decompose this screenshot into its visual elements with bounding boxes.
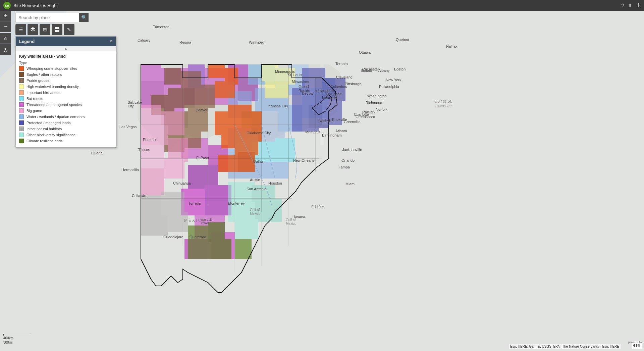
zoom-in-button[interactable]: + — [0, 11, 11, 21]
svg-rect-46 — [275, 138, 295, 162]
svg-rect-14 — [141, 64, 161, 81]
svg-rect-28 — [205, 185, 231, 215]
svg-rect-107 — [57, 27, 59, 29]
svg-rect-87 — [188, 242, 211, 259]
legend-items-container: Whooping crane stopover sites Eagles / o… — [19, 66, 112, 143]
layers-button[interactable] — [28, 24, 38, 35]
legend-item: Other biodiversity significance — [19, 133, 112, 137]
legend-swatch — [19, 84, 24, 89]
zoom-out-button[interactable]: − — [0, 21, 11, 32]
header-actions: ? ⬆ ⬇ — [621, 2, 641, 8]
svg-rect-83 — [255, 199, 282, 222]
upload-icon[interactable]: ⬆ — [628, 2, 632, 8]
legend-swatch — [19, 72, 24, 77]
legend-swatch — [19, 139, 24, 143]
svg-rect-26 — [188, 165, 218, 189]
legend-swatch — [19, 133, 24, 137]
svg-rect-57 — [164, 68, 181, 85]
svg-rect-88 — [211, 239, 231, 259]
svg-rect-76 — [168, 138, 188, 162]
legend-item: Bat roosts — [19, 96, 112, 101]
legend-item: Climate resilient lands — [19, 139, 112, 143]
location-button[interactable]: ◎ — [0, 44, 11, 55]
svg-rect-93 — [168, 212, 188, 232]
layout-button[interactable] — [52, 24, 62, 35]
scale-bar: 400km 300mi — [3, 334, 30, 344]
app-logo: SR — [3, 2, 11, 9]
legend-item: Important bird areas — [19, 90, 112, 95]
legend-close-button[interactable]: × — [110, 39, 112, 44]
svg-rect-72 — [329, 78, 345, 101]
app-title: Site Renewables Right — [13, 3, 58, 8]
legend-swatch — [19, 96, 24, 101]
legend-swatch — [19, 108, 24, 113]
legend-item-label: Other biodiversity significance — [26, 133, 75, 137]
legend-item: Protected / managed lands — [19, 120, 112, 125]
help-icon[interactable]: ? — [621, 3, 624, 8]
svg-rect-63 — [188, 108, 208, 132]
legend-swatch — [19, 127, 24, 131]
legend-item-label: Protected / managed lands — [26, 121, 70, 125]
download-icon[interactable]: ⬇ — [636, 2, 641, 8]
svg-rect-78 — [164, 158, 184, 179]
search-container: 🔍 — [15, 13, 89, 22]
svg-rect-49 — [215, 81, 235, 98]
legend-swatch — [19, 90, 24, 95]
svg-rect-96 — [265, 81, 288, 98]
svg-rect-80 — [228, 182, 255, 202]
svg-rect-85 — [188, 225, 208, 242]
legend-header: Legend × — [16, 37, 116, 46]
legend-item: Big game — [19, 108, 112, 113]
svg-rect-108 — [55, 30, 57, 32]
svg-text:SR: SR — [5, 4, 9, 7]
legend-item: Intact natural habitats — [19, 127, 112, 131]
svg-rect-73 — [141, 105, 161, 125]
svg-rect-60 — [195, 85, 215, 108]
app-header: SR Site Renewables Right ? ⬆ ⬇ — [0, 0, 644, 11]
legend-item: Threatened / endangered species — [19, 102, 112, 107]
search-input[interactable] — [15, 13, 79, 22]
legend-type-label: Type — [19, 61, 112, 65]
svg-rect-91 — [161, 192, 184, 215]
legend-item-label: Important bird areas — [26, 91, 59, 95]
search-button[interactable]: 🔍 — [79, 13, 89, 22]
legend-scroll-area[interactable]: Key wildlife areas - wind Type Whooping … — [16, 51, 116, 147]
svg-rect-89 — [235, 239, 252, 259]
nav-controls: ⌂ ◎ — [0, 33, 11, 55]
legend-swatch — [19, 120, 24, 125]
svg-rect-92 — [141, 215, 168, 236]
map-attribution: Esri, HERE, Garmin, USGS, EPA | The Natu… — [509, 344, 621, 349]
legend-item-label: High waterfowl breeding density — [26, 85, 79, 89]
legend-item-label: Big game — [26, 109, 42, 113]
svg-rect-75 — [141, 125, 168, 145]
legend-layer-title: Key wildlife areas - wind — [19, 54, 112, 59]
svg-rect-106 — [55, 27, 57, 29]
legend-item-label: Prairie grouse — [26, 79, 49, 83]
list-view-button[interactable]: ☰ — [15, 24, 26, 35]
edit-button[interactable]: ✎ — [64, 24, 74, 35]
zoom-controls: + − — [0, 11, 11, 32]
svg-rect-109 — [57, 30, 59, 32]
basemap-button[interactable]: ⊞ — [40, 24, 50, 35]
legend-item: Water / wetlands / riparian corridors — [19, 114, 112, 119]
legend-item-label: Climate resilient lands — [26, 139, 63, 143]
legend-item-label: Threatened / endangered species — [26, 103, 82, 107]
legend-panel: Legend × ▲ Key wildlife areas - wind Typ… — [15, 36, 116, 148]
legend-item-label: Water / wetlands / riparian corridors — [26, 115, 85, 119]
legend-item: Prairie grouse — [19, 78, 112, 83]
svg-rect-56 — [238, 152, 255, 172]
legend-item-label: Eagles / other raptors — [26, 72, 62, 77]
legend-title: Legend — [19, 39, 35, 44]
legend-swatch — [19, 66, 24, 71]
home-button[interactable]: ⌂ — [0, 33, 11, 44]
svg-rect-79 — [141, 168, 164, 195]
svg-rect-90 — [141, 195, 161, 215]
secondary-toolbar: ☰ ⊞ ✎ — [15, 24, 74, 35]
legend-item-label: Whooping crane stopover sites — [26, 66, 77, 70]
legend-swatch — [19, 114, 24, 119]
svg-rect-27 — [181, 189, 205, 215]
svg-rect-77 — [141, 145, 164, 168]
legend-item: Eagles / other raptors — [19, 72, 112, 77]
svg-rect-55 — [218, 155, 238, 172]
legend-item-label: Bat roosts — [26, 97, 43, 101]
